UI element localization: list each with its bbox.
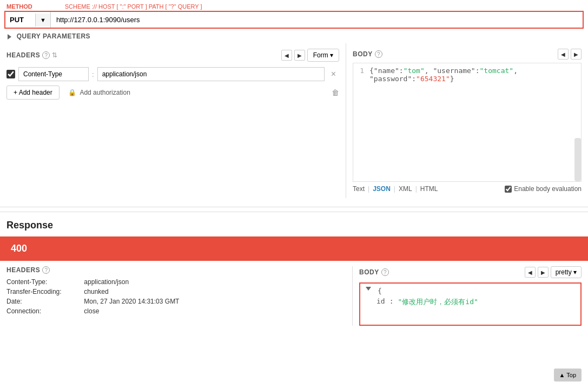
format-text-label: Text	[353, 185, 365, 193]
resp-header-key-3: Connection:	[6, 307, 82, 315]
resp-headers-info-icon[interactable]: ?	[42, 266, 50, 274]
resp-body-info-icon[interactable]: ?	[381, 268, 389, 276]
body-nav-left[interactable]: ◀	[558, 49, 569, 60]
format-text-link[interactable]: Text	[353, 185, 365, 193]
resp-header-transfer-encoding: Transfer-Encoding: chunked	[6, 288, 346, 295]
header1-checkbox[interactable]	[6, 70, 15, 78]
headers-nav-right[interactable]: ▶	[294, 50, 305, 61]
resp-header-content-type: Content-Type: application/json	[6, 278, 346, 286]
resp-header-val-1: chunked	[84, 288, 108, 295]
resp-id-value: "修改用户时，必须有id"	[398, 297, 478, 307]
body-scrollbar[interactable]	[574, 138, 581, 181]
format-xml-link[interactable]: XML	[399, 185, 412, 193]
format-json-link[interactable]: JSON	[373, 185, 391, 193]
pretty-dropdown-button[interactable]: pretty ▾	[551, 266, 582, 278]
lock-icon: 🔒	[68, 89, 76, 96]
resp-body-nav-right[interactable]: ▶	[538, 267, 549, 278]
resp-id-colon: :	[389, 297, 394, 307]
response-body-editor: { id : "修改用户时，必须有id"	[359, 282, 582, 326]
resp-arrow	[366, 287, 371, 291]
header-colon: :	[92, 70, 94, 78]
add-auth-button[interactable]: 🔒 Add authorization	[64, 86, 135, 99]
method-dropdown-button[interactable]: ▼	[35, 14, 50, 27]
url-input[interactable]: http://127.0.0.1:9090/users	[51, 12, 583, 28]
method-label: METHOD	[6, 3, 32, 10]
format-json-label: JSON	[373, 185, 391, 193]
resp-body-nav-left[interactable]: ◀	[525, 267, 536, 278]
response-title: Response	[0, 212, 588, 236]
headers-nav-left[interactable]: ◀	[281, 50, 292, 61]
format-html-label: HTML	[420, 185, 438, 193]
query-params-row[interactable]: QUERY PARAMETERS	[0, 29, 588, 43]
add-header-label: + Add header	[14, 89, 52, 96]
header1-value-input[interactable]: application/json	[97, 67, 325, 81]
query-params-triangle	[8, 34, 11, 40]
header1-key-input[interactable]: Content-Type	[18, 67, 89, 81]
status-bar: 400	[0, 236, 588, 261]
add-header-button[interactable]: + Add header	[6, 86, 60, 100]
scheme-host-label: SCHEME :// HOST [ ":" PORT ] PATH [ "?" …	[65, 3, 202, 10]
headers-info-icon[interactable]: ?	[42, 51, 50, 59]
sep2: |	[394, 185, 395, 193]
resp-header-val-0: application/json	[84, 278, 129, 286]
status-code: 400	[11, 243, 27, 254]
headers-trash-icon[interactable]: 🗑	[332, 88, 339, 97]
resp-body-title: BODY	[359, 268, 379, 276]
header1-delete-icon[interactable]: ×	[328, 68, 339, 80]
headers-title: HEADERS	[6, 51, 40, 59]
headers-sort-icon[interactable]: ⇅	[52, 51, 57, 59]
resp-header-key-0: Content-Type:	[6, 278, 82, 286]
body-editor[interactable]: 1 {"name":"tom", "username":"tomcat", "p…	[353, 63, 582, 182]
line-number-1: 1	[356, 67, 369, 83]
body-code-line1: {"name":"tom", "username":"tomcat", "pas…	[369, 67, 578, 83]
enable-eval-checkbox[interactable]	[505, 186, 512, 193]
resp-header-connection: Connection: close	[6, 307, 346, 315]
enable-eval-text: Enable body evaluation	[514, 185, 582, 193]
resp-header-key-2: Date:	[6, 298, 82, 305]
body-title: BODY	[353, 50, 373, 58]
resp-id-key: id	[376, 297, 385, 307]
method-input[interactable]: PUT	[5, 12, 35, 28]
sep1: |	[368, 185, 369, 193]
sep3: |	[415, 185, 417, 193]
body-nav-right[interactable]: ▶	[571, 49, 582, 60]
enable-eval-label[interactable]: Enable body evaluation	[505, 185, 582, 193]
resp-header-val-3: close	[84, 307, 99, 315]
pretty-label: pretty	[556, 268, 572, 276]
format-html-link[interactable]: HTML	[420, 185, 438, 193]
resp-header-val-2: Mon, 27 Jan 2020 14:31:03 GMT	[84, 298, 179, 305]
body-info-icon[interactable]: ?	[375, 50, 382, 58]
query-params-label: QUERY PARAMETERS	[17, 32, 90, 40]
resp-header-key-1: Transfer-Encoding:	[6, 288, 82, 295]
form-label: Form	[313, 51, 328, 59]
resp-headers-title: HEADERS	[6, 266, 40, 274]
format-xml-label: XML	[399, 185, 412, 193]
add-auth-label: Add authorization	[80, 89, 130, 96]
form-dropdown-button[interactable]: Form ▾	[307, 49, 339, 62]
response-section: Response 400 HEADERS ? Content-Type: app…	[0, 212, 588, 331]
resp-header-date: Date: Mon, 27 Jan 2020 14:31:03 GMT	[6, 298, 346, 305]
resp-brace-open: {	[378, 287, 382, 295]
